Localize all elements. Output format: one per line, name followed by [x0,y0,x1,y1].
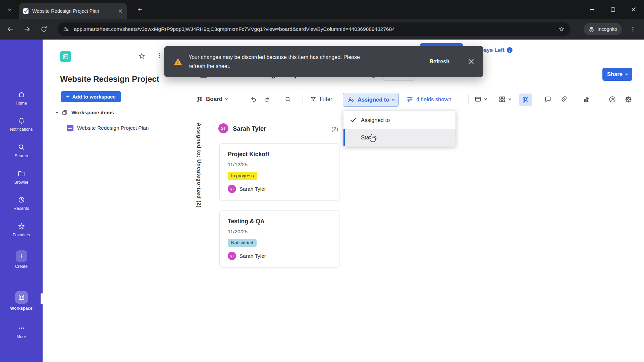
url-text: app.smartsheet.com/sheets/v3qwxMgRrP9pqp… [74,26,553,32]
settings-button[interactable] [625,92,632,107]
workspace-app-icon [60,51,71,62]
create-plus-icon: + [16,250,27,262]
paperclip-icon [559,96,567,103]
board-card[interactable]: Project Kickoff 11/12/25 In progress ST … [219,143,339,200]
chevron-down-icon [56,111,58,113]
group-button[interactable] [498,92,511,107]
close-icon [631,7,636,12]
chevron-down-icon [225,97,228,100]
card-view-by-dropdown[interactable]: Assigned to [343,93,399,107]
tab-close-icon[interactable] [118,9,123,13]
board-layout-button-active[interactable] [519,94,532,106]
ellipsis-icon [17,324,25,332]
days-left-widget[interactable]: Days Left i [480,47,513,53]
sidebar-item-home[interactable]: Home [0,90,43,106]
sidebar-item-browse[interactable]: Browse [0,170,43,185]
sidebar-item-favorites[interactable]: Favorites [0,222,43,237]
status-badge: Not started [228,239,257,247]
window-close-button[interactable] [623,0,644,19]
comments-button[interactable] [544,92,552,107]
filter-button[interactable]: Filter [310,92,332,107]
window-minimize-button[interactable] [582,0,602,19]
undo-icon[interactable] [250,96,257,103]
browser-toolbar: app.smartsheet.com/sheets/v3qwxMgRrP9pqp… [0,19,644,40]
card-icon [474,96,482,103]
person-settings-icon [347,96,355,103]
add-to-workspace-button[interactable]: + Add to workspace [61,91,121,102]
chevron-down-icon [625,72,628,75]
collapsed-lane-label[interactable]: Assigned to: Uncategorized (2) [196,123,202,208]
maximize-icon [611,7,615,12]
workspace-title: Website Redesign Project [60,74,159,84]
menu-item-status[interactable]: Status [343,129,455,146]
funnel-icon [310,96,317,103]
chevron-down-icon [8,7,11,11]
sidebar-item-notifications[interactable]: Notifications [0,117,43,132]
browser-menu-button[interactable] [628,24,638,34]
workspace-menu-button[interactable] [157,52,163,58]
toast-close-button[interactable] [468,59,474,64]
sidebar-item-more[interactable]: More [0,324,43,339]
attachments-button[interactable] [559,92,567,107]
share-button[interactable]: Share [602,68,632,81]
sliders-icon [407,96,413,103]
incognito-badge: Incognito [584,23,622,35]
new-tab-button[interactable]: + [135,5,145,15]
comment-icon [544,96,552,103]
card-size-button[interactable] [474,92,487,107]
sidebar-item-recents[interactable]: Recents [0,196,43,211]
forward-button[interactable] [22,24,32,34]
card-view-by-menu: Assigned to Status [343,111,455,146]
browser-tab[interactable]: Website Redesign Project Plan [19,3,127,19]
tab-search-button[interactable] [5,4,15,14]
bell-icon [17,117,25,125]
plus-icon: + [138,5,142,14]
site-settings-icon[interactable] [63,26,69,32]
board-card[interactable]: Testing & QA 11/20/25 Not started ST Sar… [219,210,339,267]
publish-button[interactable] [608,92,616,107]
search-icon [284,96,291,103]
tab-title: Website Redesign Project Plan [32,8,115,14]
minimize-icon [590,9,594,10]
warning-icon [173,57,182,66]
toast-message: Your changes may be discarded because th… [189,53,420,71]
redo-icon[interactable] [264,96,271,103]
sidebar-item-create[interactable]: + Create [0,250,43,269]
plus-icon: + [66,93,70,100]
workspace-panel: Website Redesign Project + Add to worksp… [43,40,184,362]
check-icon [350,116,357,124]
reload-button[interactable] [39,24,49,34]
refresh-button[interactable]: Refresh [429,59,449,65]
star-icon [138,52,146,60]
chevron-down-icon [508,97,511,100]
sidebar-item-search[interactable]: Search [0,143,43,158]
star-icon [17,222,25,230]
search-icon [17,143,25,151]
lane-avatar: ST [218,123,228,133]
search-button[interactable] [284,92,291,107]
tree-item-sheet[interactable]: Website Redesign Project Plan [64,122,151,134]
workspace-items-header[interactable]: Workspace items [56,109,114,116]
reload-icon [40,25,48,33]
assignee-name: Sarah Tyler [239,253,266,259]
menu-item-assigned-to[interactable]: Assigned to [343,111,455,129]
fields-shown-button[interactable]: 4 fields shown [407,92,451,107]
close-icon [468,59,474,64]
kebab-icon [157,52,163,58]
view-selector-button[interactable]: Board [196,92,227,107]
window-maximize-button[interactable] [602,0,623,19]
back-button[interactable] [5,24,15,34]
charts-button[interactable] [583,92,591,107]
smartsheet-favicon [23,8,29,14]
app-nav-rail: Home Notifications Search Browse Recents… [0,40,43,362]
favorite-star-button[interactable] [138,52,146,60]
assignee-name: Sarah Tyler [239,186,266,192]
bookmark-star-icon[interactable] [558,26,565,33]
toolbar-divider [468,95,469,104]
address-bar[interactable]: app.smartsheet.com/sheets/v3qwxMgRrP9pqp… [58,22,570,36]
screen: Website Redesign Project Plan + app.smar… [0,0,644,362]
lane-count: (2) [331,126,338,132]
sidebar-item-workspace[interactable]: Workspace [0,291,43,311]
lane-title: Sarah Tyler [233,125,266,132]
board-view-icon [196,96,203,103]
